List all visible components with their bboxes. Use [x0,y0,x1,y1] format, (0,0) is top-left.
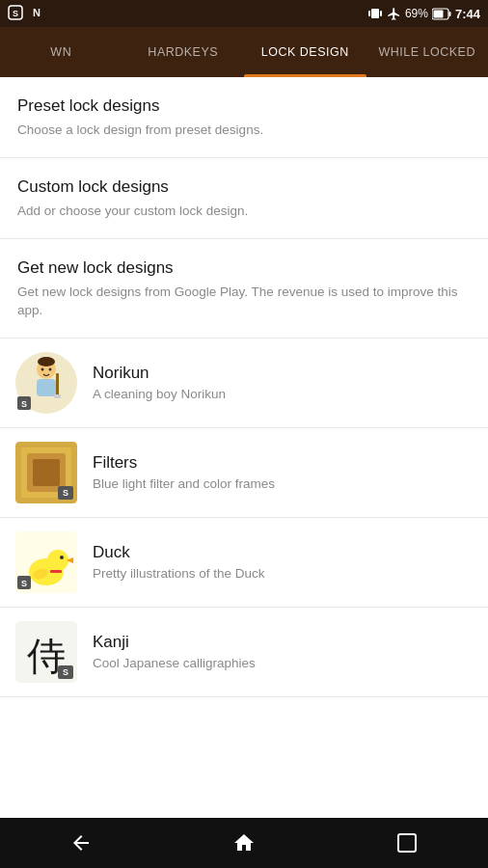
svg-text:S: S [21,579,27,588]
svg-point-28 [60,556,64,559]
custom-title: Custom lock designs [17,177,471,197]
back-button[interactable] [52,824,110,862]
svg-rect-22 [33,459,60,486]
home-icon [232,831,256,854]
getnew-title: Get new lock designs [17,258,471,278]
svg-point-12 [41,367,44,370]
svg-text:S: S [63,488,68,498]
svg-rect-37 [398,834,416,852]
svg-point-13 [49,367,52,370]
filters-desc: Blue light filter and color frames [93,476,473,491]
preset-section[interactable]: Preset lock designs Choose a lock design… [0,77,488,158]
svg-text:S: S [21,399,27,409]
list-item-filters[interactable]: S Filters Blue light filter and color fr… [0,428,488,518]
duck-title: Duck [93,543,473,562]
list-item-norikun[interactable]: S Norikun A cleaning boy Norikun [0,339,488,428]
svg-rect-30 [50,570,62,573]
getnew-section[interactable]: Get new lock designs Get new lock design… [0,239,488,339]
vibrate-icon [367,7,383,20]
n-icon: N [29,5,44,23]
nav-tabs: WN HARDKEYS LOCK DESIGN WHILE LOCKED [0,27,488,77]
status-time: 7:44 [455,7,480,21]
s-icon: S [8,5,23,23]
main-content: Preset lock designs Choose a lock design… [0,77,488,818]
kanji-text: Kanji Cool Japanese calligraphies [93,633,473,670]
norikun-icon: S [15,352,77,414]
back-icon [69,831,93,854]
airplane-icon [387,7,401,21]
tab-whilelocked[interactable]: WHILE LOCKED [366,27,489,77]
getnew-desc: Get new lock designs from Google Play. T… [17,284,471,320]
status-bar-left: S N [8,5,44,23]
list-item-kanji[interactable]: 侍 S Kanji Cool Japanese calligraphies [0,608,488,697]
duck-icon: S [15,531,77,593]
tab-hardkeys[interactable]: HARDKEYS [122,27,245,77]
svg-rect-15 [56,373,59,396]
recents-button[interactable] [378,824,436,862]
duck-text: Duck Pretty illustrations of the Duck [93,543,473,581]
home-button[interactable] [215,824,273,862]
status-bar: S N 69% 7:44 [0,0,488,27]
kanji-icon: 侍 S [15,621,77,683]
recents-icon [395,831,419,854]
custom-section[interactable]: Custom lock designs Add or choose your c… [0,158,488,239]
svg-text:S: S [13,9,18,18]
svg-point-11 [38,357,55,366]
preset-title: Preset lock designs [17,96,471,116]
svg-rect-3 [371,9,379,18]
svg-rect-14 [37,379,56,396]
svg-text:N: N [33,7,41,18]
tab-own[interactable]: WN [0,27,122,77]
svg-rect-16 [54,394,61,398]
bottom-nav [0,818,488,868]
battery-icon [432,8,451,20]
norikun-text: Norikun A cleaning boy Norikun [93,364,473,401]
norikun-desc: A cleaning boy Norikun [93,387,473,401]
duck-desc: Pretty illustrations of the Duck [93,566,473,581]
filters-icon: S [15,442,77,503]
battery-percent: 69% [405,7,428,20]
svg-text:S: S [63,667,68,677]
kanji-desc: Cool Japanese calligraphies [93,656,473,670]
tab-lockdesign[interactable]: LOCK DESIGN [244,27,366,77]
svg-rect-8 [433,10,443,17]
svg-rect-7 [448,12,450,16]
svg-point-27 [47,550,68,571]
custom-desc: Add or choose your custom lock design. [17,203,471,221]
filters-title: Filters [93,453,473,473]
svg-rect-4 [368,11,370,16]
kanji-title: Kanji [93,633,473,652]
svg-rect-5 [380,11,382,16]
filters-text: Filters Blue light filter and color fram… [93,453,473,491]
preset-desc: Choose a lock design from preset designs… [17,122,471,140]
status-bar-right: 69% 7:44 [367,7,480,21]
norikun-title: Norikun [93,364,473,383]
list-item-duck[interactable]: S Duck Pretty illustrations of the Duck [0,518,488,608]
